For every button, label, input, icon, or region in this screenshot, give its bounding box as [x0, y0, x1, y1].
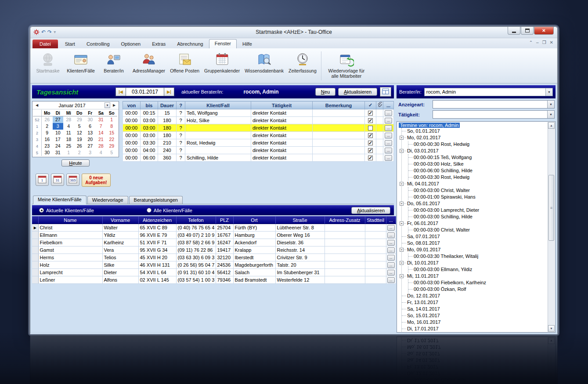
appointment-row[interactable]: 00:0004:00240?direkter Kontakt✓...: [123, 147, 394, 154]
calendar-day[interactable]: 21: [96, 136, 107, 143]
collapse-icon[interactable]: -: [400, 248, 404, 252]
tree-node-appointment[interactable]: 00:00-00:15 Teß, Wolfgang: [408, 154, 547, 161]
ribbon-item-wiedervorlage-für-alle-mitarbeiter[interactable]: Wiedervorlage für alle Mitarbeiter: [324, 49, 369, 83]
tree-node-appointment[interactable]: 00:00-03:00 Fiebelkorn, Karlheinz: [408, 279, 547, 286]
scroll-down-icon[interactable]: ▼: [548, 325, 555, 332]
tree-node-date[interactable]: -Do, 05.01.2017: [402, 200, 547, 207]
ribbon-tab-hilfe[interactable]: Hilfe: [237, 40, 258, 48]
calendar-day[interactable]: 20: [85, 136, 96, 143]
appointment-more-button[interactable]: ...: [385, 140, 392, 146]
appointment-row[interactable]: 00:0003:00180?direkter Kontakt✓...: [123, 132, 394, 139]
client-header-telefon[interactable]: Telefon: [176, 217, 216, 224]
checkbox-checked-icon[interactable]: ✓: [368, 148, 373, 153]
close-button[interactable]: ✕: [534, 27, 554, 35]
calendar-day[interactable]: 11: [63, 130, 74, 136]
tree-node-date[interactable]: Sa, 14.01.2017: [402, 306, 547, 312]
calendar-day[interactable]: 2: [74, 149, 85, 156]
ribbon-item-zeiterfassung[interactable]: Zeiterfassung: [286, 49, 319, 83]
collapse-icon[interactable]: -: [400, 149, 404, 153]
tree-node-date[interactable]: -Mo, 09.01.2017: [402, 246, 547, 253]
calendar-day[interactable]: 22: [106, 136, 117, 143]
client-more-button[interactable]: ...: [387, 277, 395, 283]
next-day-button[interactable]: ▶|: [164, 87, 174, 96]
tree-scrollbar[interactable]: ▲ ≡ ▼: [548, 122, 555, 332]
minimize-button[interactable]: [508, 27, 520, 35]
new-button[interactable]: Neu: [315, 88, 335, 96]
ribbon-item-gruppenkalender[interactable]: Gruppenkalender: [202, 49, 242, 83]
activity-combobox[interactable]: ▼: [433, 110, 555, 119]
tree-node-appointment[interactable]: 00:00-00:30 Rost, Hedwig: [408, 141, 547, 148]
calendar-day[interactable]: 30: [42, 149, 53, 156]
tree-node-date[interactable]: -Di, 10.01.2017: [402, 260, 547, 266]
collapse-icon[interactable]: -: [400, 202, 404, 206]
appt-header-taetigkeit[interactable]: Tätigkeit: [251, 101, 313, 109]
month-view-button[interactable]: 31: [51, 174, 64, 186]
calendar-day[interactable]: 28: [63, 116, 74, 123]
calendar-day[interactable]: 31: [96, 116, 107, 123]
calendar-day[interactable]: 29: [74, 116, 85, 123]
tree-node-appointment[interactable]: 00:00-03:00 Schilling, Hilde: [408, 214, 547, 220]
tree-node-date[interactable]: Mo, 16.01.2017: [402, 319, 547, 326]
client-header-ort[interactable]: Ort: [233, 217, 275, 224]
client-header-vorname[interactable]: Vorname: [102, 217, 138, 224]
ribbon-item-wissensdatenbank[interactable]: Wissensdatenbank: [242, 49, 286, 83]
scrollbar-thumb[interactable]: ≡: [548, 175, 554, 241]
collapse-icon[interactable]: -: [400, 261, 404, 265]
ribbon-tab-extras[interactable]: Extras: [146, 40, 171, 48]
appointment-more-button[interactable]: ...: [385, 133, 392, 138]
today-button[interactable]: Heute: [61, 159, 89, 167]
client-row[interactable]: LeßnerAlfons02 XVII L 145(03 57 54) 1 00…: [32, 276, 396, 284]
calendar-day[interactable]: 9: [42, 130, 53, 136]
client-header-stadtteil[interactable]: Stadtteil: [365, 217, 386, 224]
tree-node-appointment[interactable]: 00:00-03:00 Holz, Silke: [408, 161, 547, 167]
previous-day-button[interactable]: |◀: [115, 87, 126, 96]
tree-node-appointment[interactable]: 00:00-03:00 Christ, Walter: [408, 187, 547, 194]
client-header-straße[interactable]: Straße: [275, 217, 325, 224]
calendar-day[interactable]: 12: [74, 130, 85, 136]
calendar-day[interactable]: 19: [74, 136, 85, 143]
appt-header-menu[interactable]: ...: [383, 101, 394, 109]
ribbon-tab-start[interactable]: Start: [59, 40, 81, 48]
client-more-button[interactable]: ...: [387, 262, 395, 268]
layout-button[interactable]: [380, 87, 391, 97]
display-type-combobox[interactable]: ▼: [433, 100, 555, 109]
client-row[interactable]: FiebelkornKarlheinz51 XVII F 71(03 87 58…: [32, 239, 396, 246]
tree-root[interactable]: Termine von: rocom, Admin: [399, 123, 460, 128]
calendar-day[interactable]: 23: [42, 143, 53, 149]
ribbon-item-startmaske[interactable]: Startmaske: [32, 49, 64, 83]
child-restore-icon[interactable]: ❐: [542, 40, 546, 45]
calendar-day[interactable]: 18: [63, 136, 74, 143]
title-bar[interactable]: ↶ ↷ ▾ Startmaske <AHzE> - Tau-Office ✕: [30, 27, 557, 38]
appointment-more-button[interactable]: ...: [385, 118, 392, 123]
appointment-more-button[interactable]: ...: [385, 155, 392, 161]
calendar-day[interactable]: 16: [42, 136, 53, 143]
client-header-aktenzeichen[interactable]: Aktenzeichen: [138, 217, 176, 224]
calendar-day[interactable]: 30: [85, 116, 96, 123]
collapse-icon[interactable]: -: [400, 182, 404, 186]
ribbon-tab-abrechnung[interactable]: Abrechnung: [171, 40, 209, 48]
checkbox-checked-icon[interactable]: ✓: [368, 133, 373, 138]
client-more-button[interactable]: ...: [387, 225, 395, 231]
calendar-day[interactable]: 4: [96, 149, 107, 156]
tree-node-appointment[interactable]: 00:00-03:30 Rost, Hedwig: [408, 174, 547, 181]
collapse-icon[interactable]: -: [400, 274, 404, 278]
tree-node-date[interactable]: Di, 17.01.2017: [402, 326, 547, 332]
calendar-day[interactable]: 29: [106, 143, 117, 149]
calendar-day[interactable]: 24: [53, 143, 64, 149]
tab-wiedervorlage[interactable]: Wiedervorlage: [87, 196, 128, 204]
ribbon-item-offene-posten[interactable]: Offene Posten: [168, 49, 202, 83]
calendar-day[interactable]: 3: [53, 123, 64, 130]
tree-node-date[interactable]: -Mi, 04.01.2017: [402, 181, 547, 187]
client-more-button[interactable]: ...: [387, 247, 395, 253]
client-more-button[interactable]: ...: [387, 270, 395, 275]
collapse-icon[interactable]: -: [400, 221, 404, 225]
client-row[interactable]: LamprechtDieter54 XVII L 64(0 91 31) 60 …: [32, 269, 396, 276]
collapse-icon[interactable]: -: [400, 136, 404, 140]
refresh-button[interactable]: Aktualisieren: [338, 88, 377, 96]
tree-node-date[interactable]: So, 08.01.2017: [402, 240, 547, 246]
tree-node-date[interactable]: Do, 12.01.2017: [402, 293, 547, 299]
tree-node-appointment[interactable]: 00:00-06:00 Schilling, Hilde: [408, 167, 547, 174]
client-row[interactable]: GamstVera95 XVII G 34(09 11) 76 22 86194…: [32, 246, 396, 254]
calendar-day[interactable]: 26: [42, 116, 53, 123]
checkbox-checked-icon[interactable]: ✓: [368, 111, 373, 116]
